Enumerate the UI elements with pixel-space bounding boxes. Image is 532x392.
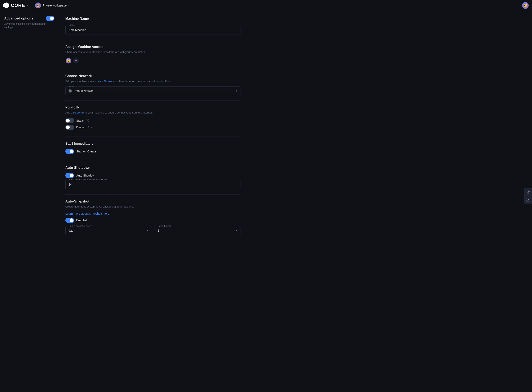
- public-ip-section: Public IP Add a Public IP to your machin…: [65, 106, 240, 137]
- network-select-left: Default Network: [69, 89, 94, 93]
- auto-shutdown-toggle-label: Auto Shutdown: [76, 174, 96, 177]
- navbar-right: 🐱: [522, 2, 529, 9]
- dynamic-info-icon[interactable]: i: [88, 126, 92, 129]
- dynamic-toggle-label: Dyamic: [76, 126, 86, 129]
- add-collaborator-button[interactable]: +: [73, 58, 79, 64]
- start-on-create-toggle[interactable]: [65, 149, 74, 154]
- main-container: Advanced options Advanced machine config…: [0, 0, 532, 392]
- avatar-group: 🐱 +: [65, 58, 240, 64]
- network-select-wrapper: Network Default Network ▾: [65, 86, 240, 95]
- dynamic-toggle-row: Dyamic i: [65, 125, 240, 130]
- start-on-create-label: Start on Create: [76, 150, 96, 153]
- auto-shutdown-section: Auto-Shutdown Auto Shutdown Shut Down Wh…: [65, 166, 240, 195]
- machine-name-title: Machine Name: [65, 17, 240, 20]
- shutdown-hours-label: Shut Down When Inactive for X Hours: [68, 178, 108, 181]
- static-toggle-thumb: [66, 119, 70, 122]
- advanced-options-toggle[interactable]: [46, 16, 54, 21]
- workspace-avatar: 🐱: [35, 3, 41, 8]
- advanced-options-title: Advanced options: [4, 17, 33, 20]
- network-select[interactable]: Default Network ▾: [65, 87, 240, 95]
- shutdown-hours-wrapper: Shut Down When Inactive for X Hours: [65, 180, 240, 189]
- collaborator-avatar-1[interactable]: 🐱: [65, 58, 72, 64]
- network-dot-icon: [69, 89, 72, 93]
- snapshot-save-last-chevron: ▾: [236, 229, 237, 232]
- snapshot-enabled-toggle[interactable]: [65, 218, 74, 223]
- private-network-link[interactable]: Private Network: [95, 79, 114, 83]
- help-icon: ✕: [526, 197, 530, 202]
- start-on-create-toggle-thumb: [70, 149, 74, 153]
- static-info-icon[interactable]: i: [86, 119, 89, 122]
- snapshot-enabled-row: Enabled: [65, 218, 240, 223]
- auto-snapshot-title: Auto-Snapshot: [65, 200, 240, 203]
- static-toggle-label: Static: [76, 119, 84, 122]
- public-ip-title: Public IP: [65, 106, 240, 109]
- help-button-label: Help: [527, 190, 530, 196]
- snapshot-frequency-select[interactable]: day ▾: [65, 226, 151, 235]
- snapshot-save-last-select[interactable]: 1 ▾: [155, 226, 240, 235]
- auto-shutdown-toggle[interactable]: [65, 173, 74, 178]
- network-select-value: Default Network: [74, 89, 94, 93]
- snapshot-options-row: Take a snapshot every day ▾ Save the las…: [65, 226, 240, 235]
- snapshot-frequency-value: day: [69, 229, 73, 232]
- dynamic-toggle-thumb: [66, 126, 70, 129]
- dynamic-toggle[interactable]: [65, 125, 74, 130]
- snapshot-frequency-wrapper: Take a snapshot every day ▾: [65, 226, 151, 235]
- assign-access-title: Assign Machine Access: [65, 45, 240, 49]
- snapshot-save-last-wrapper: Save the last 1 ▾: [154, 226, 240, 235]
- snapshot-frequency-chevron: ▾: [147, 229, 148, 232]
- snapshot-frequency-label: Take a snapshot every: [68, 225, 92, 227]
- choose-network-title: Choose Network: [65, 74, 240, 78]
- machine-name-input-wrapper: Name: [65, 25, 240, 35]
- static-toggle-row: Static i: [65, 118, 240, 123]
- content-area: Machine Name Name Assign Machine Access …: [59, 11, 247, 392]
- workspace-name: Private workspace: [43, 4, 67, 7]
- toggle-thumb: [50, 17, 54, 20]
- advanced-options-desc: Advanced machine configuration and setti…: [4, 22, 54, 29]
- snapshots-learn-more-link[interactable]: Learn more about snapshots here.: [65, 212, 110, 215]
- workspace-selector[interactable]: 🐱 Private workspace ▾: [35, 3, 70, 8]
- public-ip-desc: Add a Public IP to your machine to enabl…: [65, 111, 240, 115]
- brand-logo[interactable]: CORE ▾: [3, 3, 28, 8]
- workspace-chevron-icon[interactable]: ▾: [68, 4, 70, 7]
- machine-name-section: Machine Name Name: [65, 17, 240, 40]
- snapshot-enabled-label: Enabled: [76, 219, 87, 222]
- shutdown-hours-input[interactable]: [65, 180, 240, 189]
- network-select-label: Network: [68, 85, 78, 88]
- help-button[interactable]: Help ✕: [524, 188, 532, 204]
- navbar: CORE ▾ 🐱 Private workspace ▾ 🐱: [0, 0, 532, 11]
- assign-access-section: Assign Machine Access Share access to yo…: [65, 45, 240, 69]
- choose-network-desc: Add your machines to a Private Network t…: [65, 79, 240, 83]
- brand-hexagon-icon: [3, 3, 9, 8]
- start-immediately-title: Start Immediately: [65, 142, 240, 145]
- start-immediately-section: Start Immediately Start on Create: [65, 142, 240, 161]
- navbar-divider: [32, 3, 32, 8]
- auto-shutdown-toggle-row: Auto Shutdown: [65, 173, 240, 178]
- brand-name: CORE: [11, 3, 25, 8]
- assign-access-desc: Share access to your Machine to collabor…: [65, 50, 240, 54]
- choose-network-section: Choose Network Add your machines to a Pr…: [65, 74, 240, 101]
- brand-chevron-icon[interactable]: ▾: [27, 4, 28, 7]
- network-select-chevron: ▾: [236, 89, 237, 92]
- advanced-options-header: Advanced options: [4, 16, 54, 21]
- machine-name-input[interactable]: [65, 25, 240, 35]
- auto-shutdown-title: Auto-Shutdown: [65, 166, 240, 170]
- user-avatar[interactable]: 🐱: [522, 2, 529, 9]
- machine-name-input-label: Name: [68, 24, 75, 26]
- snapshot-save-last-value: 1: [158, 229, 159, 232]
- auto-shutdown-toggle-thumb: [70, 174, 74, 177]
- advanced-options-panel: Advanced options Advanced machine config…: [0, 11, 59, 34]
- public-ip-link[interactable]: Public IP: [73, 111, 84, 114]
- snapshot-enabled-toggle-thumb: [70, 218, 74, 222]
- snapshot-save-last-label: Save the last: [157, 225, 172, 227]
- auto-snapshot-desc: Create automatic system-level backups of…: [65, 205, 240, 209]
- static-toggle[interactable]: [65, 118, 74, 123]
- auto-snapshot-section: Auto-Snapshot Create automatic system-le…: [65, 200, 240, 240]
- start-on-create-row: Start on Create: [65, 149, 240, 154]
